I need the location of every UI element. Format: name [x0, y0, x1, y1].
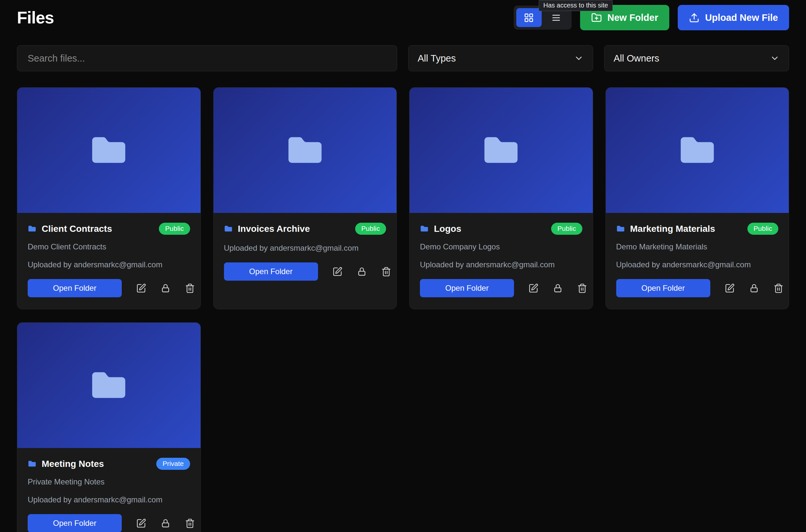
folder-icon-small [616, 224, 625, 233]
new-folder-label: New Folder [608, 12, 658, 23]
folder-card-actions: Open Folder [616, 279, 779, 297]
folder-icon-small [420, 224, 429, 233]
folder-thumbnail[interactable] [409, 88, 593, 213]
visibility-badge: Public [551, 223, 582, 235]
chevron-down-icon [574, 53, 584, 63]
owner-filter-select[interactable]: All Owners [604, 45, 789, 71]
grid-view-button[interactable] [516, 8, 542, 27]
folder-card-body: Invoices Archive Public Uploaded by ande… [214, 213, 397, 309]
folder-thumbnail[interactable] [17, 88, 200, 213]
trash-icon[interactable] [185, 518, 195, 528]
lock-icon[interactable] [553, 283, 563, 293]
edit-icon[interactable] [725, 283, 735, 293]
folder-description: Demo Marketing Materials [616, 242, 779, 251]
trash-icon[interactable] [577, 283, 587, 293]
folder-card: Marketing Materials Public Demo Marketin… [606, 87, 789, 309]
lock-icon[interactable] [160, 283, 171, 293]
visibility-badge: Private [156, 458, 190, 470]
folder-icon [677, 131, 717, 170]
folder-title: Client Contracts [42, 224, 112, 234]
trash-icon[interactable] [381, 267, 391, 277]
open-folder-button[interactable]: Open Folder [616, 279, 710, 297]
edit-icon[interactable] [528, 283, 538, 293]
folder-card: Client Contracts Public Demo Client Cont… [17, 87, 201, 309]
folder-title: Invoices Archive [238, 224, 310, 234]
folder-description: Demo Company Logos [420, 242, 582, 251]
folder-icon [89, 131, 129, 170]
folder-card-header: Client Contracts Public [28, 223, 190, 235]
owner-filter-value: All Owners [614, 53, 659, 64]
folder-card-actions: Open Folder [224, 262, 386, 281]
trash-icon[interactable] [773, 283, 784, 293]
folder-card-header: Invoices Archive Public [224, 223, 386, 235]
folder-card-body: Client Contracts Public Demo Client Cont… [17, 213, 200, 309]
folder-icon [481, 131, 521, 170]
visibility-badge: Public [747, 223, 778, 235]
grid-icon [524, 13, 534, 23]
uploaded-by-text: Uploaded by andersmarkc@gmail.com [28, 260, 190, 269]
folder-card: Meeting Notes Private Private Meeting No… [17, 322, 201, 532]
folder-icon-small [224, 224, 233, 233]
folder-card-header: Logos Public [420, 223, 582, 235]
folder-card-actions: Open Folder [28, 514, 190, 532]
folder-card-actions: Open Folder [28, 279, 190, 297]
uploaded-by-text: Uploaded by andersmarkc@gmail.com [224, 244, 386, 253]
page-title: Files [17, 8, 54, 27]
folder-plus-icon [591, 12, 602, 23]
list-icon [551, 13, 561, 23]
visibility-badge: Public [355, 223, 386, 235]
folder-card-actions: Open Folder [420, 279, 582, 297]
folder-card-body: Meeting Notes Private Private Meeting No… [17, 448, 200, 532]
folder-description: Private Meeting Notes [28, 477, 190, 487]
edit-icon[interactable] [332, 267, 343, 277]
folder-icon [285, 131, 325, 170]
chevron-down-icon [770, 53, 780, 63]
open-folder-button[interactable]: Open Folder [420, 279, 514, 297]
visibility-badge: Public [159, 223, 190, 235]
uploaded-by-text: Uploaded by andersmarkc@gmail.com [28, 495, 190, 504]
folder-card-header: Meeting Notes Private [28, 458, 190, 470]
edit-icon[interactable] [136, 518, 146, 528]
folder-thumbnail[interactable] [17, 323, 200, 448]
folder-thumbnail[interactable] [214, 88, 397, 213]
filters-row: All Types All Owners [17, 45, 789, 71]
upload-new-file-label: Upload New File [705, 12, 778, 23]
type-filter-value: All Types [418, 53, 456, 64]
upload-icon [689, 12, 699, 23]
browser-tooltip: Has access to this site [539, 0, 613, 11]
lock-icon[interactable] [160, 518, 171, 528]
search-input[interactable] [17, 45, 397, 71]
folder-card: Logos Public Demo Company Logos Uploaded… [409, 87, 593, 309]
folder-icon-small [28, 224, 36, 233]
type-filter-select[interactable]: All Types [408, 45, 593, 71]
open-folder-button[interactable]: Open Folder [224, 262, 318, 281]
lock-icon[interactable] [357, 267, 367, 277]
folder-card-body: Logos Public Demo Company Logos Uploaded… [409, 213, 593, 309]
uploaded-by-text: Uploaded by andersmarkc@gmail.com [616, 260, 779, 269]
folder-card: Invoices Archive Public Uploaded by ande… [213, 87, 397, 309]
lock-icon[interactable] [749, 283, 759, 293]
trash-icon[interactable] [185, 283, 195, 293]
folder-card-body: Marketing Materials Public Demo Marketin… [606, 213, 789, 309]
folder-description: Demo Client Contracts [28, 242, 190, 251]
folder-title: Marketing Materials [630, 224, 715, 234]
folder-card-header: Marketing Materials Public [616, 223, 779, 235]
open-folder-button[interactable]: Open Folder [28, 279, 122, 297]
folder-grid: Client Contracts Public Demo Client Cont… [17, 87, 789, 532]
folder-icon [89, 366, 129, 405]
top-bar: Files New Folder Upload N [17, 0, 789, 32]
open-folder-button[interactable]: Open Folder [28, 514, 122, 532]
upload-new-file-button[interactable]: Upload New File [678, 5, 789, 30]
folder-title: Meeting Notes [42, 459, 104, 469]
uploaded-by-text: Uploaded by andersmarkc@gmail.com [420, 260, 582, 269]
edit-icon[interactable] [136, 283, 146, 293]
folder-title: Logos [434, 224, 461, 234]
folder-icon-small [28, 459, 36, 468]
folder-thumbnail[interactable] [606, 88, 789, 213]
